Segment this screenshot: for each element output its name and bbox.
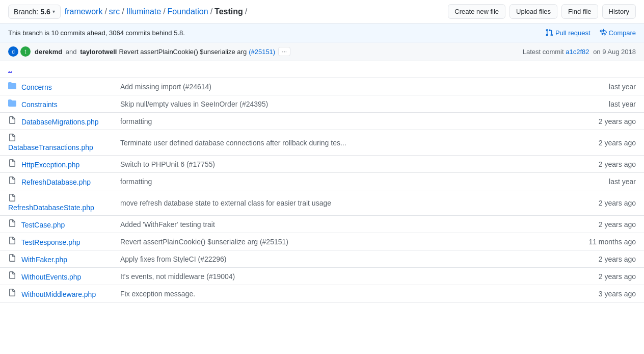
info-bar-links: Pull request Compare <box>545 29 636 37</box>
file-icon-wrap <box>8 254 16 262</box>
file-icon <box>8 237 16 245</box>
file-icon <box>8 271 16 280</box>
file-name-cell: WithoutMiddleware.php <box>0 285 112 302</box>
file-icon-wrap <box>8 176 16 185</box>
folder-icon-wrap <box>8 99 16 107</box>
author-and: and <box>66 48 77 56</box>
header-actions: Create new file Upload files Find file H… <box>448 4 636 19</box>
file-commit-msg: move refresh database state to external … <box>112 190 573 216</box>
file-time: 2 years ago <box>573 130 644 156</box>
file-link[interactable]: WithoutMiddleware.php <box>21 290 96 298</box>
file-link[interactable]: DatabaseMigrations.php <box>21 118 99 126</box>
file-list-table: Concerns Add missing import (#24614) las… <box>0 78 644 302</box>
author-derekmd-link[interactable]: derekmd <box>35 48 62 56</box>
file-name-cell: WithoutEvents.php <box>0 268 112 285</box>
file-time: last year <box>573 95 644 113</box>
file-link[interactable]: RefreshDatabaseState.php <box>8 204 94 212</box>
folder-icon <box>8 99 16 107</box>
file-link[interactable]: Constraints <box>21 100 58 109</box>
file-name-cell: DatabaseMigrations.php <box>0 113 112 130</box>
commit-pr-link[interactable]: (#25151) <box>249 48 275 56</box>
pull-request-link[interactable]: Pull request <box>545 29 591 37</box>
file-commit-msg: Skip null/empty values in SeeInOrder (#2… <box>112 95 573 113</box>
file-link[interactable]: Concerns <box>21 83 52 91</box>
commit-authors: derekmd and taylorotwell <box>35 48 117 56</box>
table-row: RefreshDatabaseState.php move refresh da… <box>0 190 644 216</box>
file-commit-msg: Terminate user defined database connecti… <box>112 130 573 156</box>
file-link[interactable]: RefreshDatabase.php <box>21 178 91 186</box>
author-avatars: d t <box>8 46 31 57</box>
left-nav: Branch: 5.6 ▾ framework / src / Illumina… <box>8 5 249 19</box>
breadcrumb-sep-4: / <box>210 7 212 16</box>
pull-request-icon <box>545 29 553 37</box>
file-commit-msg: Switch to PHPUnit 6 (#17755) <box>112 156 573 173</box>
file-commit-msg: Fix exception message. <box>112 285 573 302</box>
breadcrumb-sep-5: / <box>245 7 247 16</box>
compare-link[interactable]: Compare <box>599 29 636 37</box>
commit-ellipsis-button[interactable]: ··· <box>278 47 290 56</box>
file-icon <box>8 134 16 142</box>
file-name-cell: Concerns <box>0 78 112 95</box>
file-commit-msg: Revert assertPlainCookie() $unserialize … <box>112 233 573 250</box>
parent-dir-link[interactable]: .. <box>8 65 12 73</box>
file-commit-msg: It's events, not middleware (#19004) <box>112 268 573 285</box>
file-link[interactable]: HttpException.php <box>21 161 79 169</box>
avatar-taylorotwell: t <box>20 46 31 57</box>
file-link[interactable]: WithFaker.php <box>21 256 67 264</box>
file-time: 11 months ago <box>573 233 644 250</box>
breadcrumb-foundation[interactable]: Foundation <box>168 7 208 16</box>
file-time: last year <box>573 173 644 190</box>
file-time: 2 years ago <box>573 250 644 268</box>
breadcrumb-src[interactable]: src <box>109 7 120 16</box>
file-icon-wrap <box>8 116 16 124</box>
file-link[interactable]: DatabaseTransactions.php <box>8 143 93 151</box>
table-row: WithoutEvents.php It's events, not middl… <box>0 268 644 285</box>
file-icon-wrap <box>8 159 16 167</box>
compare-icon <box>599 29 607 37</box>
file-icon <box>8 194 16 202</box>
breadcrumb-framework[interactable]: framework <box>65 7 103 16</box>
find-file-button[interactable]: Find file <box>561 4 598 19</box>
table-row: WithoutMiddleware.php Fix exception mess… <box>0 285 644 302</box>
commit-bar: d t derekmd and taylorotwell Revert asse… <box>0 42 644 61</box>
breadcrumb-sep-2: / <box>122 7 124 16</box>
commit-right-info: Latest commit a1c2f82 on 9 Aug 2018 <box>523 48 636 56</box>
file-icon-wrap <box>8 134 16 142</box>
compare-label: Compare <box>609 29 636 37</box>
file-time: 2 years ago <box>573 156 644 173</box>
file-icon-wrap <box>8 219 16 227</box>
file-commit-msg: Add missing import (#24614) <box>112 78 573 95</box>
file-name-cell: HttpException.php <box>0 156 112 173</box>
file-link[interactable]: WithoutEvents.php <box>21 273 82 281</box>
file-icon-wrap <box>8 237 16 245</box>
commit-date: on 9 Aug 2018 <box>593 48 636 56</box>
table-row: Concerns Add missing import (#24614) las… <box>0 78 644 95</box>
breadcrumb-sep-3: / <box>163 7 165 16</box>
file-commit-msg: formatting <box>112 173 573 190</box>
file-time: 2 years ago <box>573 190 644 216</box>
table-row: DatabaseMigrations.php formatting 2 year… <box>0 113 644 130</box>
commit-hash-link[interactable]: a1c2f82 <box>566 48 589 56</box>
upload-files-button[interactable]: Upload files <box>509 4 557 19</box>
file-icon-wrap <box>8 289 16 297</box>
avatar-derekmd: d <box>8 46 18 57</box>
file-icon <box>8 254 16 262</box>
file-link[interactable]: TestResponse.php <box>21 238 81 246</box>
breadcrumb-illuminate[interactable]: Illuminate <box>126 7 161 16</box>
table-row: TestResponse.php Revert assertPlainCooki… <box>0 233 644 250</box>
table-row: Constraints Skip null/empty values in Se… <box>0 95 644 113</box>
create-new-file-button[interactable]: Create new file <box>448 4 505 19</box>
breadcrumb-sep-1: / <box>104 7 106 16</box>
file-time: last year <box>573 78 644 95</box>
branch-info-message: This branch is 10 commits ahead, 3064 co… <box>8 29 185 37</box>
file-time: 2 years ago <box>573 268 644 285</box>
branch-selector[interactable]: Branch: 5.6 ▾ <box>8 5 61 19</box>
history-button[interactable]: History <box>602 4 636 19</box>
table-row: DatabaseTransactions.php Terminate user … <box>0 130 644 156</box>
file-link[interactable]: TestCase.php <box>21 221 65 229</box>
file-icon <box>8 116 16 124</box>
table-row: TestCase.php Added 'WithFaker' testing t… <box>0 216 644 233</box>
header-bar: Branch: 5.6 ▾ framework / src / Illumina… <box>0 0 644 23</box>
author-taylorotwell-link[interactable]: taylorotwell <box>80 48 117 56</box>
table-row: WithFaker.php Apply fixes from StyleCI (… <box>0 250 644 268</box>
